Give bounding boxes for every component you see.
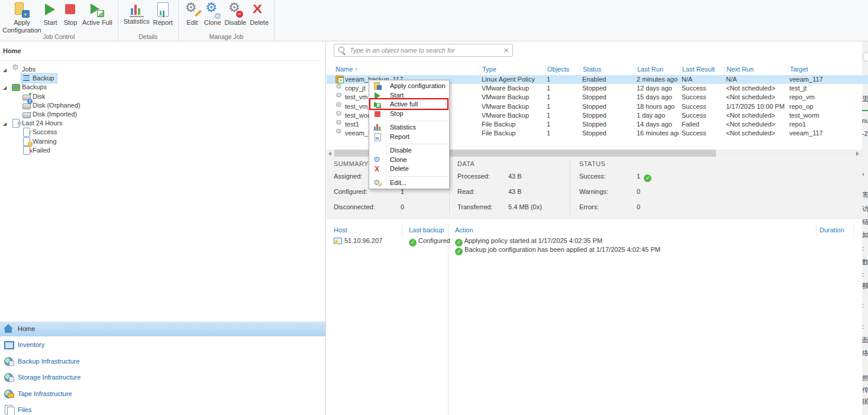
nav-item-label: Home — [18, 325, 35, 332]
nav-item-storage-infrastructure[interactable]: Storage Infrastructure — [0, 370, 326, 385]
sidebar: Home ◢ Jobs Backup ◢ Backups Disk Disk (… — [0, 41, 326, 415]
summary-value: 0 — [401, 203, 404, 210]
tree-item-success[interactable]: Success — [0, 128, 326, 137]
data-label: Transferred: — [457, 203, 493, 210]
background-window-text: : — [862, 271, 864, 278]
edit-button[interactable]: Edit — [182, 1, 202, 27]
search-input[interactable] — [350, 45, 498, 56]
ni-globe-icon — [4, 356, 14, 366]
tree-item-disk-orphaned-[interactable]: Disk (Orphaned) — [0, 101, 326, 110]
background-window-text: 然 — [862, 374, 868, 382]
background-window-blue-band — [862, 75, 868, 84]
clear-search-icon[interactable]: × — [504, 45, 509, 55]
cell-target: repo_op — [788, 102, 860, 111]
apply-configuration-button[interactable]: Apply Configuration — [4, 1, 40, 34]
tree-item-backups[interactable]: ◢ Backups — [0, 83, 326, 92]
tree-item-label: Backups — [22, 83, 47, 90]
column-header-objects[interactable]: Objects — [545, 65, 579, 75]
menu-separator — [369, 118, 449, 123]
tree-item-disk-imported-[interactable]: Disk (Imported) — [0, 110, 326, 119]
active-full-button[interactable]: Active Full — [80, 1, 114, 27]
cell-status: Stopped — [580, 129, 634, 138]
stop-button[interactable]: Stop — [60, 1, 80, 27]
tree-expander-icon[interactable]: ◢ — [3, 83, 7, 92]
disable-button[interactable]: Disable — [223, 1, 249, 27]
column-header-target[interactable]: Target — [788, 65, 860, 75]
tree-item-last-24-hours[interactable]: ◢ Last 24 Hours — [0, 119, 326, 128]
tree-expander-icon[interactable]: ◢ — [3, 66, 7, 74]
tree-item-disk[interactable]: Disk — [0, 92, 326, 101]
nav-item-inventory[interactable]: Inventory — [0, 338, 326, 352]
delete-button[interactable]: Delete — [248, 1, 270, 27]
column-header-last-run[interactable]: Last Run — [635, 65, 679, 75]
background-window-text: 传 — [862, 385, 868, 394]
ribbon-button-label: Disable — [225, 19, 247, 27]
menu-item-clone[interactable]: Clone — [369, 155, 449, 165]
status-value: 0 — [637, 203, 640, 210]
ti-backup-icon — [22, 74, 31, 82]
action-log-row: ✓ Applying policy started at 1/17/2025 4… — [455, 237, 602, 247]
cell-target: veeam_117 — [788, 129, 860, 138]
menu-item-label: Report — [390, 133, 409, 140]
clone-button[interactable]: Clone — [202, 1, 223, 27]
nav-item-files[interactable]: Files — [0, 403, 326, 415]
data-value: 5.4 MB (0x) — [508, 203, 542, 210]
cell-next-run: <Not scheduled> — [724, 111, 786, 120]
menu-item-statistics[interactable]: Statistics — [369, 123, 449, 132]
menu-item-report[interactable]: Report — [369, 132, 449, 142]
menu-item-disable[interactable]: Disable — [369, 146, 449, 155]
report-button[interactable]: Report — [151, 1, 175, 27]
background-window-text: 链 — [862, 218, 868, 226]
tree-item-warning[interactable]: Warning — [0, 137, 326, 146]
details-column-action[interactable]: Action — [455, 226, 473, 234]
menu-separator — [369, 141, 449, 146]
column-header-name[interactable]: Name ↑ — [334, 65, 479, 75]
tree-item-failed[interactable]: Failed — [0, 146, 326, 155]
cell-next-run: <Not scheduled> — [724, 120, 786, 129]
scroll-right-arrow[interactable] — [854, 150, 861, 157]
tree-item-backup[interactable]: Backup — [0, 74, 326, 83]
cell-type: File Backup — [480, 129, 544, 138]
column-header-next-run[interactable]: Next Run — [724, 65, 786, 75]
menu-item-delete[interactable]: Delete — [369, 164, 449, 174]
edit-icon — [184, 1, 201, 19]
background-window-text: 络 — [862, 349, 868, 358]
status-value: 0 — [637, 188, 640, 195]
nav-item-tape-infrastructure[interactable]: Tape Infrastructure — [0, 387, 326, 401]
cell-type: File Backup — [480, 120, 544, 129]
background-window-text: nu — [862, 117, 868, 124]
details-column-host[interactable]: Host — [334, 226, 347, 234]
details-column-duration[interactable]: Duration — [819, 226, 844, 234]
scroll-left-arrow[interactable] — [327, 150, 334, 157]
column-header-type[interactable]: Type — [480, 65, 544, 75]
nav-item-home[interactable]: Home — [0, 322, 326, 336]
background-window-strip: 里nu-2›害访链如:数:额::面络然传据 — [862, 41, 868, 415]
host-row[interactable]: 51.10.96.207 — [334, 237, 382, 244]
ni-globe-icon — [4, 389, 14, 398]
start-button[interactable]: Start — [40, 1, 60, 27]
details-column-last-backup[interactable]: Last backup — [409, 226, 444, 234]
tree-expander-icon[interactable]: ◢ — [3, 119, 7, 128]
delete-menu-icon — [373, 165, 382, 173]
cell-objects: 1 — [545, 111, 579, 120]
menu-item-stop[interactable]: Stop — [369, 109, 449, 119]
tree-item-jobs[interactable]: ◢ Jobs — [0, 65, 326, 74]
cell-target: test_jt — [788, 84, 860, 93]
data-value: 43 B — [508, 173, 522, 180]
cell-objects: 1 — [545, 129, 579, 138]
status-section-title: STATUS — [579, 160, 605, 167]
ribbon-group: Apply Configuration Start Stop Active Fu… — [0, 0, 118, 41]
report-icon — [154, 1, 171, 19]
menu-item-apply-configuration[interactable]: Apply configuration — [369, 82, 449, 91]
menu-item-label: Disable — [390, 147, 412, 154]
details-divider — [854, 225, 854, 236]
background-window-text: 访 — [862, 205, 868, 213]
menu-item-edit-[interactable]: Edit... — [369, 179, 449, 188]
tree-item-label: Disk — [33, 93, 45, 100]
column-header-status[interactable]: Status — [580, 65, 634, 75]
nav-item-backup-infrastructure[interactable]: Backup Infrastructure — [0, 354, 326, 369]
tree-item-content: Success — [21, 128, 60, 137]
column-header-last-result[interactable]: Last Result — [680, 65, 723, 75]
statistics-button[interactable]: Statistics — [122, 1, 151, 26]
ribbon-group: Edit Clone Disable Delete Manage Job — [179, 0, 275, 41]
